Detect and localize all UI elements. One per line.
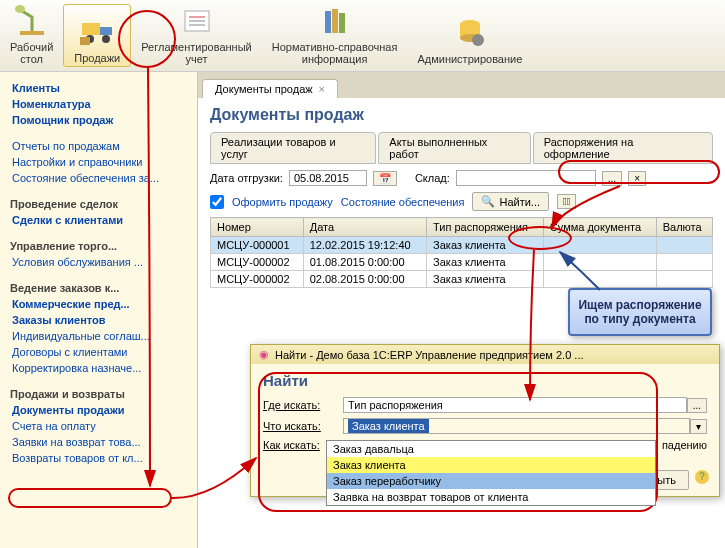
sklad-label: Склад:: [415, 172, 450, 184]
ledger-icon: [178, 3, 216, 39]
sidebar-item-client-orders[interactable]: Заказы клиентов: [4, 312, 193, 328]
col-currency[interactable]: Валюта: [656, 218, 712, 237]
svg-point-1: [15, 5, 25, 13]
svg-point-17: [472, 34, 484, 46]
sidebar-header-trade: Управление торго...: [4, 238, 193, 254]
dropdown-item[interactable]: Заказ переработчику: [327, 473, 655, 489]
sidebar-item-sales-docs[interactable]: Документы продажи: [4, 402, 193, 418]
clear-find-button[interactable]: 🔍⃠: [557, 194, 576, 209]
sidebar-item-returns[interactable]: Возвраты товаров от кл...: [4, 450, 193, 466]
action-row: Оформить продажу Состояние обеспечения 🔍…: [210, 192, 713, 211]
sidebar-header-orders: Ведение заказов к...: [4, 280, 193, 296]
sidebar-item-settings[interactable]: Настройки и справочники: [4, 154, 193, 170]
svg-rect-11: [325, 11, 331, 33]
where-label: Где искать:: [263, 399, 343, 411]
tab-sales-docs[interactable]: Документы продаж ×: [202, 79, 338, 98]
sidebar-item-sales-assistant[interactable]: Помощник продаж: [4, 112, 193, 128]
desk-lamp-icon: [13, 3, 51, 39]
sidebar-item-service-terms[interactable]: Условия обслуживания ...: [4, 254, 193, 270]
sidebar-item-invoices[interactable]: Счета на оплату: [4, 418, 193, 434]
svg-rect-13: [339, 13, 345, 33]
sidebar-item-return-requests[interactable]: Заявки на возврат това...: [4, 434, 193, 450]
find-dialog-titlebar[interactable]: ◉ Найти - Демо база 1C:ERP Управление пр…: [251, 345, 719, 364]
books-icon: [316, 3, 354, 39]
annotation-callout: Ищем распоряжение по типу документа: [568, 288, 712, 336]
issue-sale-checkbox[interactable]: [210, 195, 224, 209]
issue-sale-link[interactable]: Оформить продажу: [232, 196, 333, 208]
svg-rect-3: [100, 27, 112, 35]
svg-rect-0: [20, 31, 44, 35]
page-title: Документы продаж: [210, 106, 713, 124]
date-input[interactable]: [289, 170, 367, 186]
toolbar-desktop[interactable]: Рабочийстол: [0, 4, 63, 67]
sidebar-item-client-deals[interactable]: Сделки с клиентами: [4, 212, 193, 228]
sklad-clear-button[interactable]: ×: [628, 171, 646, 186]
dropdown-item[interactable]: Заказ давальца: [327, 441, 655, 457]
sidebar-header-sales-returns: Продажи и возвраты: [4, 386, 193, 402]
find-button[interactable]: 🔍 Найти...: [472, 192, 549, 211]
toolbar-reference[interactable]: Нормативно-справочнаяинформация: [262, 4, 408, 67]
sidebar-item-clients[interactable]: Клиенты: [4, 80, 193, 96]
provision-state-link[interactable]: Состояние обеспечения: [341, 196, 465, 208]
calendar-icon[interactable]: 📅: [373, 171, 397, 186]
sklad-input[interactable]: [456, 170, 596, 186]
table-row[interactable]: МСЦУ-000002 02.08.2015 0:00:00 Заказ кли…: [211, 271, 713, 288]
what-dropdown-list: Заказ давальца Заказ клиента Заказ перер…: [326, 440, 656, 506]
sub-tabs: Реализации товаров и услуг Акты выполнен…: [210, 132, 713, 164]
col-date[interactable]: Дата: [303, 218, 426, 237]
sidebar-item-provision-state[interactable]: Состояние обеспечения за...: [4, 170, 193, 186]
sidebar-item-sales-reports[interactable]: Отчеты по продажам: [4, 138, 193, 154]
table-row[interactable]: МСЦУ-000002 01.08.2015 0:00:00 Заказ кли…: [211, 254, 713, 271]
dropdown-item[interactable]: Заказ клиента: [327, 457, 655, 473]
toolbar-admin[interactable]: Администрирование: [407, 4, 532, 67]
find-heading: Найти: [263, 372, 707, 389]
subtab-acts[interactable]: Акты выполненных работ: [378, 132, 530, 164]
sidebar-item-individual[interactable]: Индивидуальные соглаш...: [4, 328, 193, 344]
close-icon[interactable]: ×: [319, 83, 325, 95]
what-label: Что искать:: [263, 420, 343, 432]
sidebar-item-contracts[interactable]: Договоры с клиентами: [4, 344, 193, 360]
tab-bar: Документы продаж ×: [198, 72, 725, 98]
where-input[interactable]: [343, 397, 687, 413]
svg-rect-6: [80, 37, 90, 45]
what-dropdown-button[interactable]: ▾: [690, 419, 707, 434]
sidebar-item-nomenclature[interactable]: Номенклатура: [4, 96, 193, 112]
database-gear-icon: [451, 13, 489, 51]
toolbar-accounting[interactable]: Регламентированныйучет: [131, 4, 262, 67]
filter-row: Дата отгрузки: 📅 Склад: ... ×: [210, 170, 713, 186]
date-label: Дата отгрузки:: [210, 172, 283, 184]
svg-rect-12: [332, 9, 338, 33]
subtab-realizations[interactable]: Реализации товаров и услуг: [210, 132, 376, 164]
sklad-select-button[interactable]: ...: [602, 171, 622, 186]
svg-rect-2: [82, 23, 100, 35]
sidebar-item-correction[interactable]: Корректировка назначе...: [4, 360, 193, 376]
col-type[interactable]: Тип распоряжения: [427, 218, 544, 237]
what-input[interactable]: Заказ клиента: [343, 418, 690, 434]
col-sum[interactable]: Сумма документа: [543, 218, 656, 237]
sidebar-header-deals: Проведение сделок: [4, 196, 193, 212]
col-number[interactable]: Номер: [211, 218, 304, 237]
svg-point-5: [102, 35, 110, 43]
subtab-orders[interactable]: Распоряжения на оформление: [533, 132, 713, 164]
sidebar-item-commercial[interactable]: Коммерческие пред...: [4, 296, 193, 312]
dropdown-item[interactable]: Заявка на возврат товаров от клиента: [327, 489, 655, 505]
toolbar-sales[interactable]: Продажи: [63, 4, 131, 67]
magnifier-icon: 🔍: [481, 195, 495, 208]
truck-icon: [78, 12, 116, 50]
orders-table: Номер Дата Тип распоряжения Сумма докуме…: [210, 217, 713, 288]
top-toolbar: Рабочийстол Продажи Регламентированныйуч…: [0, 0, 725, 72]
where-select-button[interactable]: ...: [687, 398, 707, 413]
help-icon[interactable]: ?: [695, 470, 709, 484]
sidebar: Клиенты Номенклатура Помощник продаж Отч…: [0, 72, 198, 548]
app-icon: ◉: [259, 348, 269, 361]
table-row[interactable]: МСЦУ-000001 12.02.2015 19:12:40 Заказ кл…: [211, 237, 713, 254]
